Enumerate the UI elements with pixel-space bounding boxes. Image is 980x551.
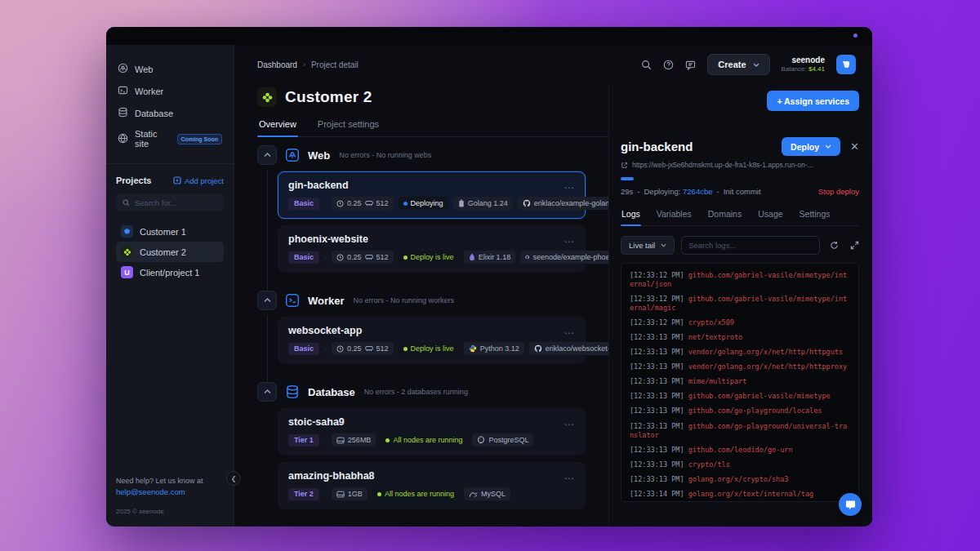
project-item-customer-1[interactable]: Customer 1 bbox=[116, 221, 224, 242]
assign-services-button[interactable]: + Assign services bbox=[767, 91, 859, 111]
close-icon[interactable]: ✕ bbox=[850, 141, 859, 152]
service-card-websocket-app[interactable]: websocket-app Basic · 0.25 512 bbox=[278, 317, 586, 364]
card-menu-button[interactable]: ⋯ bbox=[564, 236, 576, 247]
feedback-icon[interactable] bbox=[685, 60, 696, 70]
collapse-section-button[interactable] bbox=[257, 382, 277, 402]
log-search[interactable] bbox=[681, 236, 820, 255]
log-line: [12:33:13 PM] github.com/gabriel-vasile/… bbox=[630, 392, 850, 401]
project-search-input[interactable] bbox=[135, 198, 216, 207]
chat-bubble-icon bbox=[845, 500, 856, 510]
log-message: golang.org/x/crypto/sha3 bbox=[688, 475, 789, 483]
tab-settings[interactable]: Settings bbox=[799, 209, 831, 225]
sidebar-item-static-site[interactable]: Static site Coming Soon bbox=[116, 124, 224, 153]
service-card-stoic-saha9[interactable]: stoic-saha9 Tier 1 · 256MB bbox=[278, 408, 586, 455]
memory-icon bbox=[365, 345, 373, 352]
project-search[interactable] bbox=[116, 193, 224, 211]
repo-pill[interactable]: eriklaco/example-golang bbox=[518, 197, 608, 210]
service-card-gin-backend[interactable]: gin-backend Basic · 0.25 512 bbox=[278, 171, 586, 219]
help-icon[interactable] bbox=[663, 60, 674, 70]
mysql-icon bbox=[469, 491, 478, 498]
service-url[interactable]: https://web-jx5e6hdmskmt.up-de-fra1-k8s-… bbox=[632, 161, 813, 169]
project-item-client-project-1[interactable]: U Client/project 1 bbox=[116, 262, 224, 282]
card-menu-button[interactable]: ⋯ bbox=[564, 327, 576, 339]
project-icon: U bbox=[121, 266, 133, 278]
stop-deploy-button[interactable]: Stop deploy bbox=[818, 187, 859, 196]
service-card-amazing-bhabha8[interactable]: amazing-bhabha8 Tier 2 · 1GB bbox=[278, 462, 586, 509]
service-name: gin-backend bbox=[288, 180, 575, 191]
log-line: [12:33:12 PM] crypto/x509 bbox=[630, 318, 850, 327]
section-web: Web No errors - No running webs gin-back… bbox=[257, 145, 608, 291]
project-name: Customer 2 bbox=[140, 247, 186, 257]
worker-icon bbox=[118, 85, 128, 97]
log-line: [12:33:13 PM] github.com/go-playground/u… bbox=[630, 422, 850, 440]
detail-title: gin-backend bbox=[621, 140, 693, 153]
collapse-section-button[interactable] bbox=[257, 145, 277, 165]
status-badge: All nodes are running bbox=[372, 487, 459, 500]
github-icon bbox=[523, 199, 531, 207]
sidebar-item-database[interactable]: Database bbox=[116, 102, 224, 124]
create-button[interactable]: Create bbox=[707, 54, 769, 75]
logs-output[interactable]: [12:33:12 PM] github.com/gabriel-vasile/… bbox=[621, 263, 859, 502]
database-icon bbox=[118, 107, 128, 119]
search-icon bbox=[122, 199, 130, 207]
sidebar-item-worker[interactable]: Worker bbox=[116, 80, 224, 102]
commit-hash[interactable]: 7264cbe bbox=[683, 187, 712, 196]
tab-usage[interactable]: Usage bbox=[757, 209, 783, 225]
repo-pill[interactable]: eriklaco/websocket-a... bbox=[529, 342, 608, 355]
live-tail-dropdown[interactable]: Live tail bbox=[621, 236, 675, 255]
project-icon bbox=[257, 87, 277, 107]
log-message: github.com/leodido/go-urn bbox=[688, 446, 793, 454]
commit-message: Init commit bbox=[724, 187, 761, 196]
log-message: mime/multipart bbox=[688, 377, 747, 385]
tab-variables[interactable]: Variables bbox=[656, 209, 693, 225]
runtime-pill: Golang 1.24 bbox=[453, 197, 513, 210]
log-timestamp: [12:33:13 PM] bbox=[630, 392, 684, 400]
engine-pill: PostgreSQL bbox=[472, 433, 533, 447]
chat-widget-button[interactable] bbox=[839, 493, 862, 516]
log-line: [12:33:13 PM] vendor/golang.org/x/net/ht… bbox=[630, 348, 850, 357]
sidebar-item-web[interactable]: Web bbox=[116, 58, 224, 80]
card-menu-button[interactable]: ⋯ bbox=[564, 473, 576, 484]
section-subtitle: No errors - No running webs bbox=[339, 151, 431, 159]
balance-label: Balance: bbox=[782, 65, 807, 73]
balance-value: $4.41 bbox=[808, 65, 825, 73]
card-menu-button[interactable]: ⋯ bbox=[564, 419, 576, 430]
section-subtitle: No errors - No running workers bbox=[354, 296, 455, 304]
card-menu-button[interactable]: ⋯ bbox=[564, 182, 576, 193]
log-timestamp: [12:33:12 PM] bbox=[630, 271, 684, 279]
log-line: [12:33:12 PM] github.com/gabriel-vasile/… bbox=[630, 271, 850, 289]
service-card-phoenix-website[interactable]: phoenix-website Basic · 0.25 5 bbox=[278, 225, 586, 273]
repo-pill[interactable]: seenode/example-phoen... bbox=[520, 251, 608, 264]
app-window: Web Worker Database Static site Coming S… bbox=[106, 27, 872, 527]
status-dot bbox=[403, 256, 408, 260]
tab-project-settings[interactable]: Project settings bbox=[316, 119, 381, 136]
tab-domains[interactable]: Domains bbox=[707, 209, 742, 225]
log-timestamp: [12:33:13 PM] bbox=[630, 475, 684, 483]
help-email-link[interactable]: help@seenode.com bbox=[116, 487, 224, 496]
sidebar-collapse-button[interactable]: ❮ bbox=[226, 471, 241, 486]
avatar[interactable] bbox=[836, 55, 856, 74]
log-timestamp: [12:33:13 PM] bbox=[630, 422, 684, 430]
log-timestamp: [12:33:13 PM] bbox=[630, 377, 684, 385]
resources-pill: 0.25 512 bbox=[332, 342, 394, 355]
expand-icon[interactable] bbox=[850, 241, 859, 250]
chevron-down-icon bbox=[753, 63, 760, 67]
status-dot bbox=[385, 438, 390, 442]
web-section-icon bbox=[284, 147, 301, 163]
tab-logs[interactable]: Logs bbox=[621, 209, 641, 225]
project-item-customer-2[interactable]: Customer 2 bbox=[116, 242, 224, 262]
log-message: net/textproto bbox=[688, 333, 743, 341]
deploy-button[interactable]: Deploy bbox=[782, 137, 840, 156]
breadcrumb-dashboard[interactable]: Dashboard bbox=[257, 60, 297, 69]
add-project-button[interactable]: Add project bbox=[173, 176, 224, 185]
log-line: [12:33:13 PM] vendor/golang.org/x/net/ht… bbox=[630, 362, 850, 371]
section-title: Worker bbox=[308, 295, 345, 307]
chevron-down-icon bbox=[661, 243, 666, 247]
log-search-input[interactable] bbox=[688, 241, 813, 250]
collapse-section-button[interactable] bbox=[257, 291, 277, 310]
project-name: Customer 1 bbox=[140, 227, 186, 237]
tab-overview[interactable]: Overview bbox=[257, 119, 298, 136]
refresh-icon[interactable] bbox=[830, 241, 839, 250]
deploy-status-line: 29s - Deploying: 7264cbe - Init commit S… bbox=[621, 187, 859, 196]
search-icon[interactable] bbox=[641, 60, 652, 70]
